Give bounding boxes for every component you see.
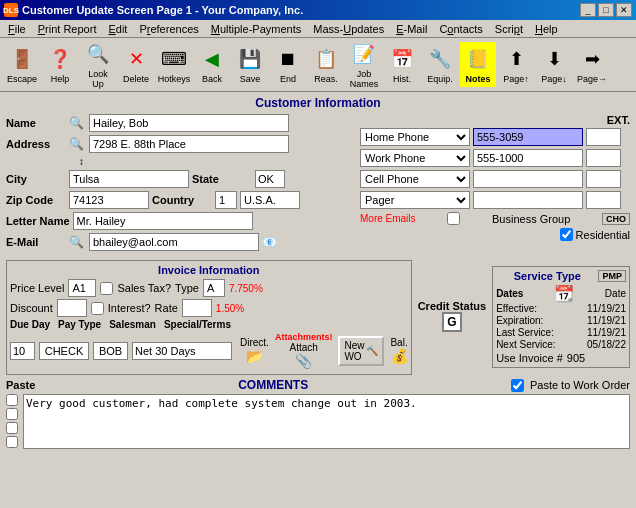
state-input[interactable]	[255, 170, 285, 188]
comment-cb-2[interactable]	[6, 408, 18, 420]
due-day-input[interactable]	[10, 342, 35, 360]
price-level-row: Price Level Sales Tax? Type 7.750%	[10, 279, 408, 297]
sales-tax-checkbox[interactable]	[100, 282, 113, 295]
work-phone-input[interactable]	[473, 149, 583, 167]
rate-input[interactable]	[182, 299, 212, 317]
reas-button[interactable]: 📋 Reas.	[308, 42, 344, 87]
country-name-input[interactable]	[240, 191, 300, 209]
interest-label: Interest?	[108, 302, 151, 314]
help-button[interactable]: ❓ Help	[42, 42, 78, 87]
residential-checkbox[interactable]	[560, 228, 573, 241]
paste-row: Paste COMMENTS Paste to Work Order	[6, 378, 630, 392]
pager-input[interactable]	[473, 191, 583, 209]
page-down-button[interactable]: ⬇ Page↓	[536, 42, 572, 87]
date-calendar-icon[interactable]: 📆	[554, 284, 574, 303]
delete-button[interactable]: ✕ Delete	[118, 42, 154, 87]
interest-checkbox[interactable]	[91, 302, 104, 315]
job-names-button[interactable]: 📝 Job Names	[346, 37, 382, 92]
due-day-label: Due Day	[10, 319, 50, 330]
name-input[interactable]	[89, 114, 289, 132]
minimize-button[interactable]: _	[580, 3, 596, 17]
comment-cb-1[interactable]	[6, 394, 18, 406]
comment-cb-4[interactable]	[6, 436, 18, 448]
menu-edit[interactable]: Edit	[102, 22, 133, 36]
menu-print-report[interactable]: Print Report	[32, 22, 103, 36]
residential-label: Residential	[576, 229, 630, 241]
due-row: Due Day Pay Type Salesman Special/Terms	[10, 319, 408, 330]
menu-multiple-payments[interactable]: Multiple-Payments	[205, 22, 308, 36]
menu-mass-updates[interactable]: Mass-Updates	[307, 22, 390, 36]
equip-button[interactable]: 🔧 Equip.	[422, 42, 458, 87]
salesman-input[interactable]	[93, 342, 128, 360]
save-button[interactable]: 💾 Save	[232, 42, 268, 87]
more-emails-link[interactable]: More Emails	[360, 213, 416, 224]
letter-label: Letter Name	[6, 215, 70, 227]
title-bar: DLS Customer Update Screen Page 1 - Your…	[0, 0, 636, 20]
name-search-icon[interactable]: 🔍	[69, 116, 84, 130]
pager-ext[interactable]	[586, 191, 621, 209]
letter-input[interactable]	[73, 212, 253, 230]
work-phone-row: Work Phone	[360, 149, 630, 167]
page-up-button[interactable]: ⬆ Page↑	[498, 42, 534, 87]
pay-type-label: Pay Type	[58, 319, 101, 330]
close-button[interactable]: ✕	[616, 3, 632, 17]
hotkeys-button[interactable]: ⌨ Hotkeys	[156, 42, 192, 87]
menu-contacts[interactable]: Contacts	[433, 22, 488, 36]
lookup-button[interactable]: 🔍 Look Up	[80, 37, 116, 92]
menu-help[interactable]: Help	[529, 22, 564, 36]
more-emails-checkbox[interactable]	[447, 212, 460, 225]
menu-preferences[interactable]: Preferences	[133, 22, 204, 36]
pay-type-input[interactable]	[39, 342, 89, 360]
hist-icon: 📅	[388, 45, 416, 73]
cell-phone-ext[interactable]	[586, 170, 621, 188]
discount-input[interactable]	[57, 299, 87, 317]
menu-script[interactable]: Script	[489, 22, 529, 36]
paste-to-wo-checkbox[interactable]	[511, 379, 524, 392]
direct-area: Direct. 📂	[240, 337, 269, 364]
price-level-input[interactable]	[68, 279, 96, 297]
back-button[interactable]: ◀ Back	[194, 42, 230, 87]
email-search-icon[interactable]: 🔍	[69, 235, 84, 249]
city-input[interactable]	[69, 170, 189, 188]
page-up-label: Page↑	[503, 74, 529, 84]
zip-label: Zip Code	[6, 194, 66, 206]
menu-email[interactable]: E-Mail	[390, 22, 433, 36]
home-phone-select[interactable]: Home Phone	[360, 128, 470, 146]
hist-button[interactable]: 📅 Hist.	[384, 42, 420, 87]
new-wo-button[interactable]: New WO 🔨	[338, 336, 384, 366]
page-right-icon: ➡	[578, 45, 606, 73]
terms-input[interactable]	[132, 342, 232, 360]
cell-phone-input[interactable]	[473, 170, 583, 188]
business-group-badge: CHO	[602, 213, 630, 225]
pager-select[interactable]: Pager	[360, 191, 470, 209]
rate-label: Rate	[155, 302, 178, 314]
escape-icon: 🚪	[8, 45, 36, 73]
home-phone-ext[interactable]	[586, 128, 621, 146]
work-phone-select[interactable]: Work Phone	[360, 149, 470, 167]
address-input[interactable]	[89, 135, 289, 153]
paste-to-wo-label: Paste to Work Order	[530, 379, 630, 391]
end-button[interactable]: ⏹ End	[270, 42, 306, 87]
zip-input[interactable]	[69, 191, 149, 209]
menu-file[interactable]: File	[2, 22, 32, 36]
type-input[interactable]	[203, 279, 225, 297]
comment-cb-3[interactable]	[6, 422, 18, 434]
attachments-label: Attachments!	[275, 332, 333, 342]
notes-button[interactable]: 📒 Notes	[460, 42, 496, 87]
save-icon: 💾	[236, 45, 264, 73]
service-section: Service Type PMP Dates 📆 Date Effective:…	[492, 266, 630, 368]
country-code-input[interactable]	[215, 191, 237, 209]
work-phone-ext[interactable]	[586, 149, 621, 167]
escape-button[interactable]: 🚪 Escape	[4, 42, 40, 87]
home-phone-input[interactable]	[473, 128, 583, 146]
equip-label: Equip.	[427, 74, 453, 84]
menu-bar: File Print Report Edit Preferences Multi…	[0, 20, 636, 38]
cell-phone-select[interactable]: Cell Phone	[360, 170, 470, 188]
maximize-button[interactable]: □	[598, 3, 614, 17]
customer-info-title: Customer Information	[6, 96, 630, 110]
email-input[interactable]	[89, 233, 259, 251]
address-search-icon[interactable]: 🔍	[69, 137, 84, 151]
comments-textarea[interactable]: Very good customer, had complete system …	[23, 394, 630, 449]
zip-row: Zip Code Country	[6, 191, 352, 209]
page-right-button[interactable]: ➡ Page→	[574, 42, 610, 87]
